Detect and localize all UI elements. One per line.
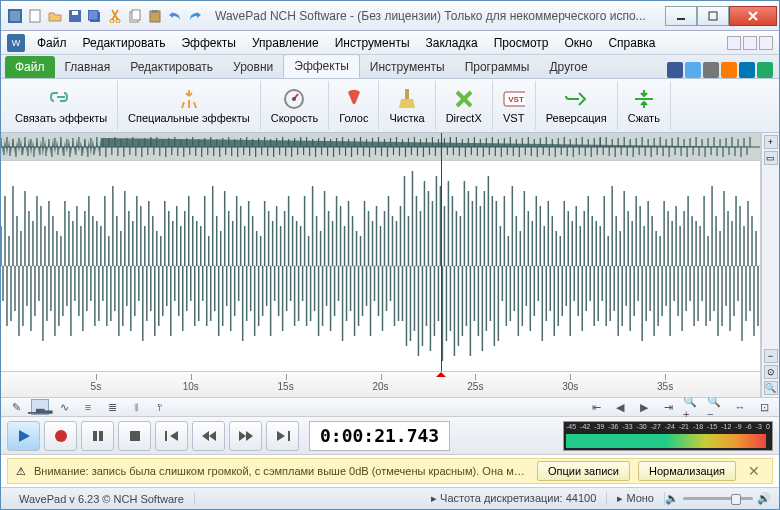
hzoom-fit-icon[interactable]: ↔	[731, 399, 749, 415]
forward-end-button[interactable]	[266, 421, 299, 451]
tab-other[interactable]: Другое	[539, 56, 597, 78]
vst-button[interactable]: VSTVST	[493, 81, 536, 130]
app-icon[interactable]: W	[7, 34, 25, 52]
svg-text:VST: VST	[508, 95, 524, 104]
menu-bookmark[interactable]: Закладка	[418, 33, 486, 53]
rewind-start-button[interactable]	[155, 421, 188, 451]
facebook-icon[interactable]	[667, 62, 683, 78]
menubar-icon-1[interactable]	[727, 36, 741, 50]
record-button[interactable]	[44, 421, 77, 451]
paste-icon[interactable]	[147, 8, 163, 24]
reverse-label: Реверсация	[546, 112, 607, 124]
reverse-button[interactable]: Реверсация	[536, 81, 618, 130]
forward-button[interactable]	[229, 421, 262, 451]
hscroll-right-icon[interactable]: ▶	[635, 399, 653, 415]
vzoom-out-icon[interactable]: −	[764, 349, 778, 363]
minimize-button[interactable]	[665, 6, 697, 26]
ruler-tick-label: 20s	[372, 381, 388, 392]
saveall-icon[interactable]	[87, 8, 103, 24]
app-menu-icon[interactable]	[7, 8, 23, 24]
menu-control[interactable]: Управление	[244, 33, 327, 53]
menu-window[interactable]: Окно	[557, 33, 601, 53]
pause-button[interactable]	[81, 421, 114, 451]
hzoom-out-icon[interactable]: 🔍−	[707, 399, 725, 415]
tool-mono-icon[interactable]: ⫯	[151, 399, 169, 415]
save-icon[interactable]	[67, 8, 83, 24]
special-effects-button[interactable]: Специальные эффекты	[118, 81, 261, 130]
twitter-icon[interactable]	[685, 62, 701, 78]
tool-frequency-icon[interactable]: ∿	[55, 399, 73, 415]
tool-pencil-icon[interactable]: ✎	[7, 399, 25, 415]
menu-effects[interactable]: Эффекты	[173, 33, 244, 53]
redo-icon[interactable]	[187, 8, 203, 24]
tab-tools[interactable]: Инструменты	[360, 56, 455, 78]
tool-split1-icon[interactable]: ≡	[79, 399, 97, 415]
vzoom-reset-icon[interactable]: ⊙	[764, 365, 778, 379]
tab-main[interactable]: Главная	[55, 56, 121, 78]
record-options-button[interactable]: Опции записи	[537, 461, 630, 481]
cleanup-button[interactable]: Чистка	[379, 81, 435, 130]
hscroll-end-icon[interactable]: ⇥	[659, 399, 677, 415]
waveform-overview[interactable]	[1, 133, 760, 161]
share-icon[interactable]	[757, 62, 773, 78]
tool-waveform-icon[interactable]: ▁▃▂	[31, 399, 49, 415]
compress-button[interactable]: Сжать	[618, 81, 671, 130]
speed-button[interactable]: Скорость	[261, 81, 330, 130]
normalize-button[interactable]: Нормализация	[638, 461, 736, 481]
hscroll-start-icon[interactable]: ⇤	[587, 399, 605, 415]
clean-icon	[396, 88, 418, 110]
tab-levels[interactable]: Уровни	[223, 56, 283, 78]
directx-icon	[453, 88, 475, 110]
rewind-button[interactable]	[192, 421, 225, 451]
play-button[interactable]	[7, 421, 40, 451]
menu-file[interactable]: Файл	[29, 33, 75, 53]
hzoom-sel-icon[interactable]: ⊡	[755, 399, 773, 415]
vzoom-search-icon[interactable]: 🔍	[764, 381, 778, 395]
menubar-icon-2[interactable]	[743, 36, 757, 50]
warning-close-icon[interactable]: ✕	[744, 463, 764, 479]
stumble-icon[interactable]	[721, 62, 737, 78]
linkedin-icon[interactable]	[739, 62, 755, 78]
tab-file[interactable]: Файл	[5, 56, 55, 78]
ruler-tick-label: 15s	[278, 381, 294, 392]
waveform-detailed[interactable]	[1, 161, 760, 371]
stop-button[interactable]	[118, 421, 151, 451]
effect-chain-button[interactable]: Связать эффекты	[5, 81, 118, 130]
undo-icon[interactable]	[167, 8, 183, 24]
waveform-main[interactable]: 5s10s15s20s25s30s35s	[1, 133, 761, 397]
copy-icon[interactable]	[127, 8, 143, 24]
menu-help[interactable]: Справка	[600, 33, 663, 53]
vzoom-in-icon[interactable]: +	[764, 135, 778, 149]
ruler-tick-label: 10s	[183, 381, 199, 392]
plus-icon[interactable]	[703, 62, 719, 78]
effect-chain-label: Связать эффекты	[15, 112, 107, 124]
open-icon[interactable]	[47, 8, 63, 24]
maximize-button[interactable]	[697, 6, 729, 26]
time-ruler[interactable]: 5s10s15s20s25s30s35s	[1, 371, 760, 397]
hzoom-in-icon[interactable]: 🔍+	[683, 399, 701, 415]
speaker-low-icon: 🔈	[665, 492, 679, 505]
status-channels[interactable]: ▸ Моно	[607, 492, 665, 505]
voice-button[interactable]: Голос	[329, 81, 379, 130]
tool-stereo-icon[interactable]: ⫴	[127, 399, 145, 415]
status-version: WavePad v 6.23 © NCH Software	[9, 493, 195, 505]
status-samplerate[interactable]: ▸ Частота дискретизации: 44100	[421, 492, 607, 505]
menu-tools[interactable]: Инструменты	[327, 33, 418, 53]
tool-split2-icon[interactable]: ≣	[103, 399, 121, 415]
volume-control[interactable]: 🔈 🔊	[665, 492, 771, 505]
svg-rect-29	[288, 431, 290, 441]
menubar-icon-3[interactable]	[759, 36, 773, 50]
volume-slider[interactable]	[683, 497, 753, 500]
directx-button[interactable]: DirectX	[436, 81, 493, 130]
menu-edit[interactable]: Редактировать	[75, 33, 174, 53]
cut-icon[interactable]	[107, 8, 123, 24]
new-icon[interactable]	[27, 8, 43, 24]
tab-effects[interactable]: Эффекты	[283, 54, 360, 78]
menu-view[interactable]: Просмотр	[486, 33, 557, 53]
tab-edit[interactable]: Редактировать	[120, 56, 223, 78]
tab-programs[interactable]: Программы	[455, 56, 540, 78]
close-button[interactable]	[729, 6, 777, 26]
vzoom-fit-icon[interactable]: ▭	[764, 151, 778, 165]
special-effects-label: Специальные эффекты	[128, 112, 250, 124]
hscroll-left-icon[interactable]: ◀	[611, 399, 629, 415]
